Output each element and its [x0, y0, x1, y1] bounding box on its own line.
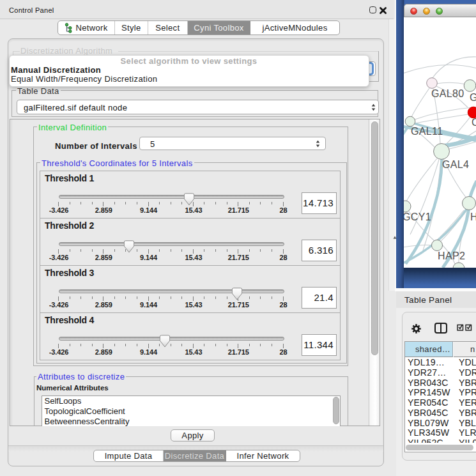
svg-text:GCY1: GCY1 — [404, 211, 431, 222]
svg-text:GAL11: GAL11 — [411, 126, 443, 137]
svg-text:G…: G… — [470, 92, 476, 103]
svg-text:GAL80: GAL80 — [431, 88, 464, 99]
svg-text:HAP2: HAP2 — [438, 250, 465, 261]
svg-text:C…: C… — [472, 117, 476, 128]
svg-text:H: H — [470, 211, 476, 222]
svg-text:GAL4: GAL4 — [442, 159, 469, 170]
